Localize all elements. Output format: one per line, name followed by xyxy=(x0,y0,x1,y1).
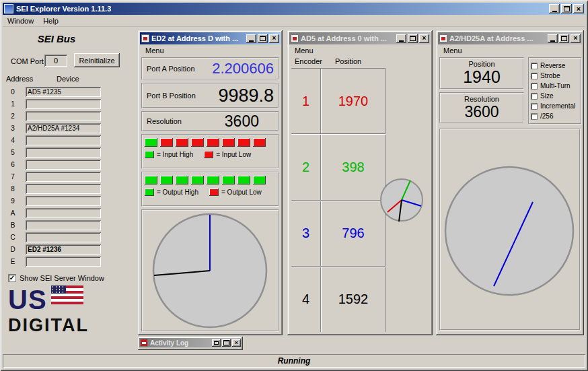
input-low-led-icon xyxy=(204,151,213,158)
status-bar: Running xyxy=(3,353,585,368)
ad5-maximize-button[interactable] xyxy=(408,34,418,43)
device-field[interactable]: AD5 #1235 xyxy=(26,87,101,97)
maximize-icon xyxy=(561,36,567,41)
sei-bus-heading: SEI Bus xyxy=(16,33,97,44)
a2-close-button[interactable]: × xyxy=(571,34,581,43)
device-field[interactable] xyxy=(26,184,101,194)
device-row: 5 xyxy=(3,146,136,158)
address-label: 2 xyxy=(3,112,23,120)
strobe-checkbox[interactable] xyxy=(531,73,538,79)
output-led xyxy=(222,176,235,184)
device-field[interactable] xyxy=(26,172,101,182)
device-field[interactable] xyxy=(26,232,101,242)
address-label: 0 xyxy=(3,88,23,96)
show-server-row: ✓ Show SEI Server Window xyxy=(8,274,104,282)
device-row: 3A2/HD25A #1234 xyxy=(3,122,136,134)
activity-log-titlebar: Activity Log × xyxy=(139,338,242,347)
activity-maximize-button[interactable] xyxy=(222,339,231,347)
show-server-checkbox[interactable]: ✓ xyxy=(8,274,16,282)
div256-checkbox[interactable] xyxy=(531,113,538,120)
minimize-button[interactable] xyxy=(549,4,560,13)
address-label: 6 xyxy=(3,161,23,168)
encoder-position: 1970 xyxy=(321,69,385,133)
app-icon xyxy=(4,4,13,13)
output-led xyxy=(160,176,173,184)
activity-log-window: Activity Log × xyxy=(138,337,243,350)
ad5-close-button[interactable]: × xyxy=(419,34,429,43)
maximize-button[interactable] xyxy=(561,4,572,13)
port-b-label: Port B Position xyxy=(147,92,196,100)
a2-resolution-label: Resolution xyxy=(441,95,523,103)
a2-maximize-button[interactable] xyxy=(559,34,569,43)
a2-menu[interactable]: Menu xyxy=(439,45,467,56)
ed2-menubar: Menu xyxy=(140,44,281,56)
a2-window: A2/HD25A at Address ... × Menu Position … xyxy=(436,30,584,335)
com-port-field[interactable]: 0 xyxy=(44,55,67,67)
output-led xyxy=(191,176,204,184)
port-b-value: 9989.8 xyxy=(218,86,274,106)
input-led xyxy=(176,138,188,147)
ed2-menu[interactable]: Menu xyxy=(141,45,169,56)
a2-dial-face xyxy=(445,167,573,295)
device-field[interactable] xyxy=(26,196,101,206)
multi-turn-checkbox[interactable] xyxy=(531,83,538,90)
device-field[interactable] xyxy=(26,135,101,145)
minimize-icon xyxy=(249,40,254,42)
logo-digital-text: DIGITAL xyxy=(8,315,132,336)
ad5-menu[interactable]: Menu xyxy=(290,45,318,56)
ed2-minimize-button[interactable] xyxy=(246,34,256,43)
output-high-label: = Output High xyxy=(157,189,198,196)
encoder-number: 1 xyxy=(291,69,321,133)
minimize-icon xyxy=(550,40,555,42)
address-label: 9 xyxy=(3,197,23,205)
maximize-icon xyxy=(410,36,416,41)
ed2-maximize-button[interactable] xyxy=(258,34,268,43)
a2-minimize-button[interactable] xyxy=(548,34,558,43)
restore-icon xyxy=(214,341,219,345)
app-title: SEI Explorer Version 1.11.3 xyxy=(16,5,111,13)
device-field[interactable] xyxy=(26,208,101,218)
device-field[interactable] xyxy=(26,111,101,121)
activity-close-button[interactable]: × xyxy=(232,339,241,347)
device-field[interactable] xyxy=(26,257,101,267)
app-titlebar: SEI Explorer Version 1.11.3 × xyxy=(3,3,585,15)
device-field[interactable] xyxy=(26,160,101,170)
menu-help[interactable]: Help xyxy=(38,15,63,26)
input-led-panel: = Input High = Input Low xyxy=(141,134,279,169)
logo-us-text: US xyxy=(8,285,47,314)
encoder-row: 1 1970 xyxy=(291,69,385,134)
option-row: /256 xyxy=(531,111,579,121)
resolution-panel: Resolution 3600 xyxy=(141,111,279,131)
input-led xyxy=(237,138,250,147)
encoder-table: 1 1970 2 398 3 796 4 1592 xyxy=(291,68,385,332)
input-low-label: = Input Low xyxy=(216,151,251,158)
ed2-close-button[interactable]: × xyxy=(269,34,279,43)
activity-restore-button[interactable] xyxy=(212,339,221,347)
ad5-minimize-button[interactable] xyxy=(396,34,406,43)
ad5-window: AD5 at Address 0 with ... × Menu Encoder… xyxy=(287,30,433,335)
device-field[interactable]: ED2 #1236 xyxy=(26,244,101,255)
ad5-window-title: AD5 at Address 0 with ... xyxy=(301,34,396,42)
size-checkbox[interactable] xyxy=(531,93,538,100)
window-controls: × xyxy=(549,4,584,13)
reinitialize-button[interactable]: Reinitialize xyxy=(74,53,120,67)
device-field[interactable]: A2/HD25A #1234 xyxy=(26,123,101,133)
ad5-menubar: Menu xyxy=(289,44,431,56)
close-button[interactable]: × xyxy=(573,4,584,13)
device-field[interactable] xyxy=(26,99,101,109)
reverse-checkbox[interactable] xyxy=(531,63,538,69)
input-led xyxy=(191,138,204,147)
address-label: E xyxy=(3,258,23,265)
device-field[interactable] xyxy=(26,220,101,230)
output-low-led-icon xyxy=(209,189,219,196)
ad5-table-headers: Encoder Position xyxy=(289,57,431,68)
output-led xyxy=(237,176,250,184)
device-field[interactable] xyxy=(26,147,101,158)
sei-bus-panel: SEI Bus COM Port 0 Reinitialize Address … xyxy=(3,28,136,350)
incremental-checkbox[interactable] xyxy=(531,103,538,110)
menu-window[interactable]: Window xyxy=(3,15,38,26)
device-row: 6 xyxy=(3,158,136,170)
port-a-label: Port A Position xyxy=(147,65,195,73)
device-row: B xyxy=(3,219,136,231)
maximize-icon xyxy=(564,6,570,11)
